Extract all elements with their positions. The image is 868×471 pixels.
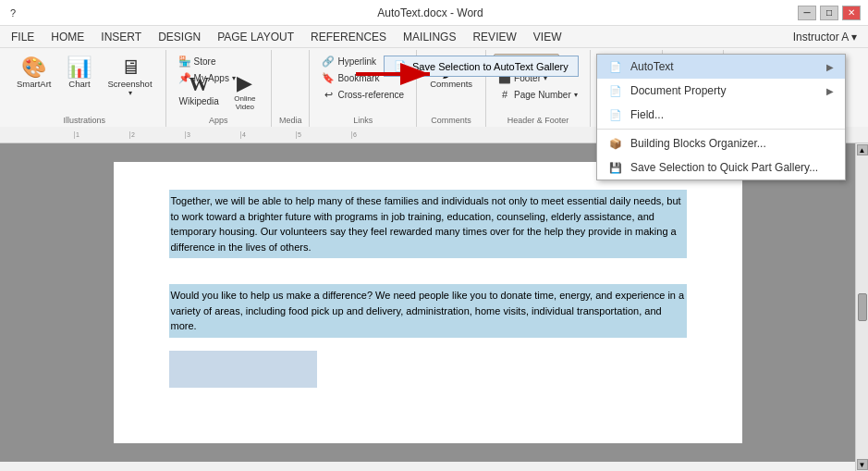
headerfooter-group-label: Header & Footer	[494, 114, 582, 125]
pagenumber-icon: #	[498, 89, 511, 100]
comments-label: Comments	[430, 79, 472, 89]
doc-space	[169, 271, 687, 284]
dropdown-item-field[interactable]: 📄 Field...	[597, 103, 845, 127]
help-btn[interactable]: ?	[7, 7, 18, 19]
doc-paragraph-1: Together, we will be able to help many o…	[169, 190, 687, 258]
menu-design[interactable]: DESIGN	[151, 29, 208, 45]
doc-paragraph-2: Would you like to help us make a differe…	[169, 284, 687, 338]
screenshot-button[interactable]: 🖥 Screenshot ▾	[102, 54, 157, 100]
menu-insert[interactable]: INSERT	[93, 29, 149, 45]
screenshot-icon: 🖥	[120, 56, 141, 79]
savequickpart-icon: 💾	[608, 160, 623, 175]
store-label: Store	[194, 56, 216, 67]
dropdown-item-buildingblocks[interactable]: 📦 Building Blocks Organizer...	[597, 131, 845, 155]
smartart-icon: 🎨	[21, 56, 46, 79]
minimize-btn[interactable]: ─	[798, 6, 816, 20]
hyperlink-button[interactable]: 🔗 Hyperlink	[317, 54, 381, 69]
buildingblocks-label: Building Blocks Organizer...	[630, 137, 766, 150]
ruler-mark-5: 5	[296, 131, 351, 139]
apps-group-label: Apps	[174, 114, 263, 125]
app-window: ? AutoText.docx - Word ─ □ ✕ FILE HOME I…	[0, 0, 868, 471]
ribbon-group-apps: 🏪 Store 📌 My Apps ▾ W Wikipedia ▶ Online…	[166, 50, 272, 127]
title-bar-text: AutoText.docx - Word	[63, 6, 798, 19]
autotext-icon: 📄	[608, 59, 623, 74]
menu-view[interactable]: VIEW	[526, 29, 569, 45]
ruler-mark-6: 6	[351, 131, 407, 139]
close-btn[interactable]: ✕	[842, 6, 861, 20]
bookmark-button[interactable]: 🔖 Bookmark	[317, 70, 384, 86]
pagenumber-button[interactable]: # Page Number ▾	[494, 87, 582, 102]
bookmark-label: Bookmark	[337, 73, 379, 83]
illustrations-group-label: Illustrations	[11, 114, 158, 125]
buildingblocks-icon: 📦	[608, 136, 623, 151]
docproperty-arrow: ▶	[826, 86, 834, 96]
ribbon-group-illustrations: 🎨 SmartArt 📊 Chart 🖥 Screenshot ▾ Illust…	[4, 50, 166, 127]
dropdown-item-savequickpart[interactable]: 💾 Save Selection to Quick Part Gallery..…	[597, 155, 845, 180]
screenshot-arrow: ▾	[128, 89, 132, 97]
scroll-thumb[interactable]	[858, 293, 867, 321]
ruler-mark-1: 1	[74, 131, 129, 139]
menu-pagelayout[interactable]: PAGE LAYOUT	[210, 29, 301, 45]
onlinevideo-button[interactable]: ▶ OnlineVideo	[226, 69, 263, 114]
menu-references[interactable]: REFERENCES	[303, 29, 394, 45]
title-bar: ? AutoText.docx - Word ─ □ ✕	[0, 0, 868, 26]
store-icon: 🏪	[178, 56, 191, 68]
links-group-label: Links	[317, 114, 409, 125]
dropdown-separator	[597, 129, 845, 130]
chart-icon: 📊	[67, 56, 92, 79]
savequickpart-label: Save Selection to Quick Part Gallery...	[630, 161, 818, 174]
wikipedia-label: Wikipedia	[179, 96, 219, 106]
menu-review[interactable]: REVIEW	[465, 29, 523, 45]
smartart-label: SmartArt	[17, 79, 51, 89]
crossref-button[interactable]: ↩ Cross-reference	[317, 87, 409, 103]
scroll-down-btn[interactable]: ▼	[857, 459, 868, 470]
chart-button[interactable]: 📊 Chart	[58, 54, 100, 92]
scroll-up-btn[interactable]: ▲	[857, 144, 868, 155]
menu-file[interactable]: FILE	[4, 29, 42, 45]
doc-paragraph-1-text: Together, we will be able to help many o…	[171, 195, 681, 253]
field-icon: 📄	[608, 107, 623, 122]
crossref-label: Cross-reference	[337, 90, 404, 100]
autotext-arrow: ▶	[826, 62, 834, 72]
comments-group-label: Comments	[424, 114, 478, 125]
hyperlink-icon: 🔗	[322, 56, 335, 68]
onlinevideo-label: OnlineVideo	[234, 94, 255, 111]
pagenumber-arrow: ▾	[574, 91, 578, 99]
wikipedia-icon: W	[189, 72, 209, 96]
menu-mailings[interactable]: MAILINGS	[396, 29, 463, 45]
title-bar-controls: ─ □ ✕	[798, 6, 861, 20]
docproperty-icon: 📄	[608, 83, 623, 98]
onlinevideo-icon: ▶	[237, 72, 252, 94]
menu-bar: FILE HOME INSERT DESIGN PAGE LAYOUT REFE…	[0, 26, 868, 48]
illustrations-buttons: 🎨 SmartArt 📊 Chart 🖥 Screenshot ▾	[11, 52, 158, 114]
ribbon-group-media: Media	[272, 50, 311, 127]
scrollbar[interactable]: ▲ ▼	[855, 143, 868, 471]
dropdown-item-autotext[interactable]: 📄 AutoText ▶	[597, 55, 845, 79]
hyperlink-label: Hyperlink	[337, 56, 376, 67]
bookmark-icon: 🔖	[322, 72, 335, 84]
smartart-button[interactable]: 🎨 SmartArt	[11, 54, 56, 92]
autotext-label: AutoText	[630, 60, 674, 73]
ruler-mark-2: 2	[129, 131, 185, 139]
quickparts-dropdown: 📄 AutoText ▶ 📄 Document Property ▶ 📄 Fie…	[596, 54, 846, 180]
maximize-btn[interactable]: □	[820, 6, 838, 20]
ruler-mark-4: 4	[240, 131, 296, 139]
dropdown-item-docproperty[interactable]: 📄 Document Property ▶	[597, 79, 845, 103]
doc-area: Together, we will be able to help many o…	[0, 143, 855, 462]
wikipedia-button[interactable]: W Wikipedia	[174, 69, 225, 109]
pagenumber-label: Page Number	[514, 90, 571, 100]
docproperty-label: Document Property	[630, 84, 726, 97]
screenshot-label: Screenshot	[107, 79, 152, 89]
save-selection-icon: 📄	[394, 60, 407, 72]
doc-empty-area	[169, 351, 317, 388]
doc-paragraph-2-text: Would you like to help us make a differe…	[171, 290, 685, 331]
doc-page: Together, we will be able to help many o…	[114, 162, 742, 443]
content-area: Together, we will be able to help many o…	[0, 143, 868, 471]
crossref-icon: ↩	[322, 89, 335, 101]
menu-home[interactable]: HOME	[43, 29, 92, 45]
media-group-label: Media	[279, 114, 302, 125]
save-selection-label: Save Selection to AutoText Gallery	[412, 61, 568, 72]
ruler-mark-3: 3	[185, 131, 240, 139]
field-label: Field...	[630, 108, 664, 121]
save-selection-button[interactable]: 📄 Save Selection to AutoText Gallery	[384, 56, 579, 77]
